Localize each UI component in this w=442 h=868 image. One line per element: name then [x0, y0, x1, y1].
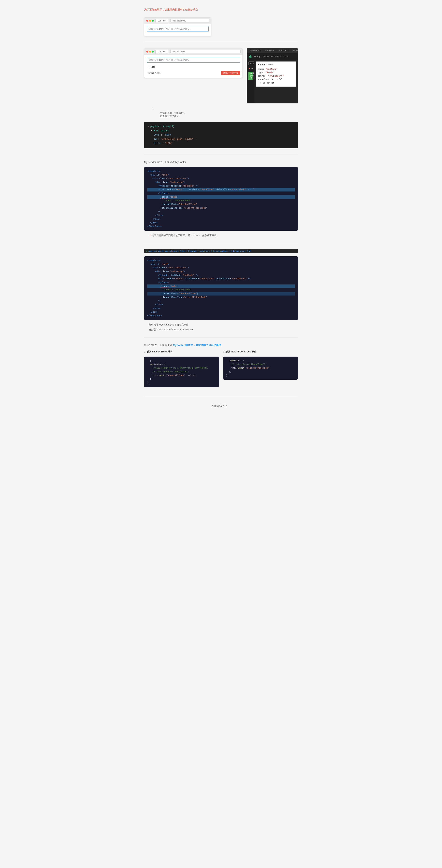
- devtools-events-panel: ● ● addTodo $emit by <MyHeader> 09:44:11: [247, 60, 254, 103]
- dot-yellow-1: [149, 20, 151, 22]
- intro-text: 为了更好的展示，这里最先将所有的任务给清空: [144, 8, 298, 11]
- two-col-section: 1. 触发 checkAllTodo 事件 }, set(value) { //…: [144, 350, 298, 390]
- browser-url-2[interactable]: localhost:8080: [170, 50, 240, 53]
- payload-label: ▼ payload: Array[1]: [147, 125, 295, 129]
- dot-green-1: [152, 20, 154, 22]
- event-info-name: name: "addTodo": [258, 68, 294, 71]
- browser-mock-1: vue_test localhost:8080: [144, 17, 211, 36]
- breadcrumb-path: App.vue > Vue Language Features (Volar) …: [148, 250, 252, 252]
- todo-stats: 已完成0 / 全部1 清除已完成任务: [147, 71, 240, 75]
- devtools-tabs: Elements Console Sources Network Perform…: [247, 49, 298, 53]
- event-info-title: ▼ event info: [258, 63, 294, 67]
- stats-text: 已完成0 / 全部1: [147, 72, 161, 75]
- event-name: addTodo $emit by <MyHeader>: [250, 72, 254, 80]
- vue-logo-bar: Ready. Detected Vue 2.7.14.: [247, 53, 298, 60]
- code-content-2: <template> <div id="root"> <div class="t…: [144, 256, 298, 320]
- todo-checkbox-1[interactable]: [147, 66, 149, 68]
- col1-label: 1. 触发 checkAllTodo 事件: [144, 350, 219, 353]
- divider-3: [144, 243, 298, 243]
- code-annotation-2b: 分别是 checkAllTodo 和 clearAllDoneTodo: [149, 328, 298, 331]
- breadcrumb-icon: ▼: [146, 250, 148, 252]
- tab-sources[interactable]: Sources: [276, 49, 290, 53]
- browser-toolbar-1: vue_test localhost:8080: [144, 18, 211, 24]
- col2-label: 2. 触发 clearAllDoneTodo 事件: [223, 350, 298, 353]
- annotation-text-1: ↙ 这里只需要将下面两个改了即可。 第一个 todos 是参数不用改: [149, 234, 216, 237]
- browser-tab-2[interactable]: vue_test: [155, 50, 169, 53]
- divider-1: [144, 42, 298, 42]
- browser-section: vue_test localhost:8080 口框 已完成0 / 全部1 清除…: [144, 48, 243, 103]
- code-pre-2: <template> <div id="root"> <div class="t…: [147, 259, 295, 317]
- browser-dots-2: [146, 51, 154, 53]
- browser-dots-1: [146, 20, 154, 22]
- payload-item: ▼ ▼ 0: Object: [151, 129, 295, 133]
- todo-input-1[interactable]: [147, 26, 209, 32]
- browser-toolbar-2: vue_test localhost:8080: [144, 49, 242, 55]
- code-content-1: <template> <div id="root"> <div class="t…: [144, 167, 298, 231]
- desc-line1: 当我们添加一个吃饭时，: [160, 111, 298, 115]
- dot-green-2: [152, 51, 154, 53]
- annotation-text-2a: 此时就能 MyFooter 绑定了自定义事件: [149, 323, 188, 326]
- section3-highlight: MyFooter 组件中，触发这两个自定义事件: [173, 344, 221, 346]
- devtools-panel: Elements Console Sources Network Perform…: [247, 48, 298, 103]
- todo-label-1: 口框: [151, 65, 155, 69]
- breadcrumb-bar: ▼ App.vue > Vue Language Features (Volar…: [144, 249, 298, 253]
- dot-red-1: [146, 20, 148, 22]
- divider-4: [144, 337, 298, 338]
- vue-event-row[interactable]: addTodo $emit by <MyHeader> 09:44:11: [248, 72, 253, 80]
- browser-mock-2: vue_test localhost:8080 口框 已完成0 / 全部1 清除…: [144, 48, 243, 78]
- devtools-event-info: ▼ event info name: "addTodo" type: "$emi…: [254, 60, 298, 103]
- vue-logo-icon: [248, 55, 252, 59]
- code-annotation-2: 此时就能 MyFooter 绑定了自定义事件: [149, 323, 298, 327]
- annotation-text-2b: 分别是 checkAllTodo 和 clearAllDoneTodo: [149, 328, 193, 331]
- payload-title: title : "吃饭": [154, 142, 295, 146]
- todo-input-2[interactable]: [147, 57, 240, 63]
- description-1: 当我们添加一个吃饭时， 右边就出现了信息: [160, 111, 298, 118]
- code-col2-block: clearAll() { // this.clearAllDoneTodo();…: [223, 356, 298, 380]
- browser-url-1[interactable]: localhost:8080: [170, 19, 209, 23]
- payload-done: done : false: [154, 133, 295, 137]
- todo-item-1: 口框: [147, 65, 240, 69]
- tab-console[interactable]: Console: [263, 49, 276, 53]
- tab-elements[interactable]: Elements: [248, 49, 263, 53]
- code-col1-pre: }, set(value) { //value注意是么为true，要么为fals…: [147, 359, 216, 385]
- section3-label: 规定完事件，下面就来到 MyFooter 组件中，触发这两个自定义事件: [144, 343, 298, 347]
- payload-id: id : "eXBHwe5qQ-gOXb-_PgVMY" ⋮: [154, 137, 295, 142]
- desc-line2: 右边就出现了信息: [160, 115, 298, 118]
- event-info-source: source: "<MyHeader>": [258, 74, 294, 78]
- event-info-type: type: "$emit": [258, 71, 294, 74]
- arrow-down-icon: ↓: [152, 106, 154, 110]
- code-annotation-1: ↙ 这里只需要将下面两个改了即可。 第一个 todos 是参数不用改: [149, 234, 298, 237]
- browser-body-1: [144, 24, 211, 36]
- event-meta: $emit by <MyHeader>: [250, 75, 254, 80]
- code-block-1: <template> <div id="root"> <div class="t…: [144, 167, 298, 231]
- tab-network[interactable]: Network: [290, 49, 298, 53]
- payload-section: ▼ payload: Array[1] ▼ ▼ 0: Object done :…: [144, 122, 298, 148]
- dot-red-2: [146, 51, 148, 53]
- section2-label: MyHeader 看完，下面来改 MyFooter: [144, 160, 298, 164]
- code-block-2: <template> <div id="root"> <div class="t…: [144, 256, 298, 320]
- filter-dot-red: ●: [248, 67, 250, 70]
- final-text: 到此就改完了。: [144, 404, 298, 408]
- devtools-filter-input[interactable]: [248, 61, 254, 65]
- col-1: 1. 触发 checkAllTodo 事件 }, set(value) { //…: [144, 350, 219, 390]
- event-info-item0: ▶ 0: Object: [260, 81, 294, 85]
- filter-dot-grey: ●: [251, 67, 253, 70]
- code-col1-block: }, set(value) { //value注意是么为true，要么为fals…: [144, 356, 219, 387]
- browser-body-2: 口框 已完成0 / 全部1 清除已完成任务: [144, 55, 242, 78]
- vue-version-text: Ready. Detected Vue 2.7.14.: [254, 55, 289, 58]
- col-2: 2. 触发 clearAllDoneTodo 事件 clearAll() { /…: [223, 350, 298, 390]
- arrow-annotation-1: ↓: [152, 106, 298, 110]
- code-col2-pre: clearAll() { // this.clearAllDoneTodo();…: [226, 359, 295, 377]
- browser-tab-1[interactable]: vue_test: [155, 19, 169, 23]
- event-info-payload: ▶ payload: Array[1]: [258, 78, 294, 81]
- dot-yellow-2: [149, 51, 151, 53]
- devtools: Elements Console Sources Network Perform…: [247, 48, 298, 103]
- clear-button[interactable]: 清除已完成任务: [221, 71, 240, 75]
- code-col2-content: clearAll() { // this.clearAllDoneTodo();…: [223, 356, 298, 380]
- event-info-box: ▼ event info name: "addTodo" type: "$emi…: [256, 61, 296, 87]
- devtools-body: ● ● addTodo $emit by <MyHeader> 09:44:11…: [247, 60, 298, 103]
- combined-section: vue_test localhost:8080 口框 已完成0 / 全部1 清除…: [144, 48, 298, 103]
- code-col1-content: }, set(value) { //value注意是么为true，要么为fals…: [144, 356, 219, 387]
- code-pre-1: <template> <div id="root"> <div class="t…: [147, 169, 295, 228]
